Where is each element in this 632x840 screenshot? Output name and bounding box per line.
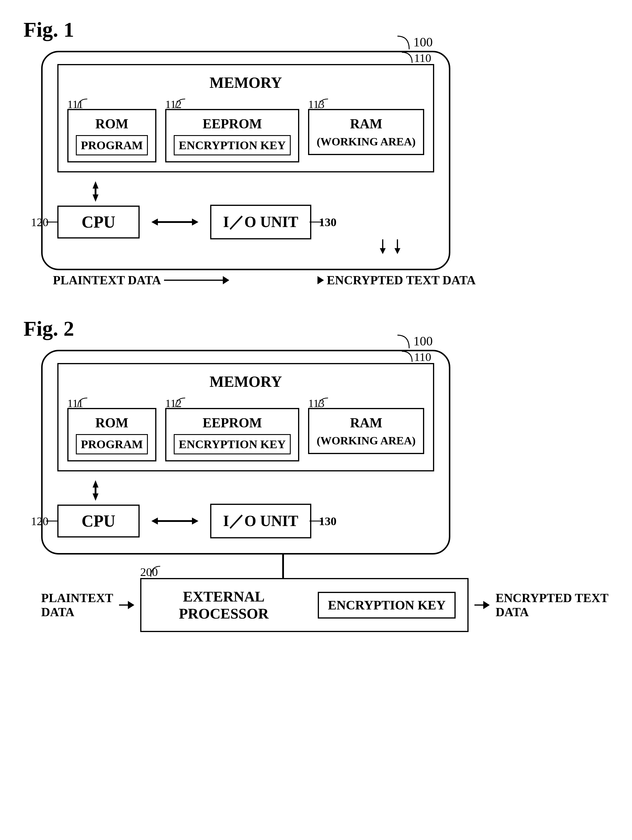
fig1-memory-wrapper: 110 MEMORY 111: [57, 64, 434, 172]
fig1-memory-ref-curve: [399, 51, 417, 64]
fig1-cpu-box: CPU: [57, 205, 139, 238]
fig2-vert-arrow-svg: [88, 480, 103, 501]
fig1-cpu-io-arrow: [151, 216, 198, 228]
svg-marker-16: [151, 518, 158, 524]
fig1-vert-arrow-svg: [88, 181, 103, 202]
fig2-ext-proc-title: EXTERNAL PROCESSOR: [153, 588, 294, 622]
fig2-ram-box: RAM (WORKING AREA): [308, 408, 424, 454]
fig2-eeprom-box: EEPROM ENCRYPTION KEY: [165, 408, 299, 461]
svg-marker-2: [93, 194, 98, 202]
fig2-ext-enc-key: ENCRYPTION KEY: [318, 592, 456, 619]
fig1-io-box: I／O UNIT 130: [210, 205, 311, 239]
fig2-ext-ref-curve: [149, 565, 163, 578]
fig2-ext-proc-wrapper: 200 EXTERNAL PROCESSOR ENCRYPTION KEY: [140, 578, 469, 632]
fig2-memory-title: MEMORY: [67, 373, 424, 390]
fig2-io-ref-line: [309, 516, 324, 526]
fig2-rom-wrapper: 111 ROM PROGRAM: [67, 408, 156, 461]
svg-marker-18: [192, 518, 198, 524]
fig2-chip-wrapper: 100 110 MEMORY 111: [41, 350, 450, 554]
fig2-memory-wrapper: 110 MEMORY 111: [57, 363, 434, 471]
fig1-ram-inner: (WORKING AREA): [317, 135, 416, 148]
fig2-chip-outer: 110 MEMORY 111: [41, 350, 450, 554]
fig1-rom-ref-curve: [76, 98, 90, 109]
fig1-io-down-arrows: [372, 239, 408, 254]
fig1-rom-box: ROM PROGRAM: [67, 109, 156, 163]
fig1-eeprom-ref-curve: [173, 98, 188, 109]
fig1-layout: 100 110 MEMORY: [41, 51, 608, 287]
fig2-ram-inner: (WORKING AREA): [317, 434, 416, 447]
fig2-ram-ref-curve: [316, 397, 331, 408]
fig1-io-bottom-lines: [57, 239, 434, 254]
fig1-memory-box: MEMORY 111 ROM PROGRAM: [57, 64, 434, 172]
fig2-title: Fig. 2: [24, 317, 608, 341]
fig2-eeprom-wrapper: 112 EEPROM ENCRYPTION KEY: [165, 408, 299, 461]
fig1-io-label: I／O UNIT: [223, 213, 298, 230]
fig1-rom-title: ROM: [76, 116, 148, 131]
fig1-chip-outer: 110 MEMORY 111: [41, 51, 450, 270]
fig2-io-down-line: [282, 554, 284, 578]
fig2-encrypted-label1: ENCRYPTED TEXT: [496, 591, 608, 605]
fig2-encrypted-label2: DATA: [496, 605, 608, 619]
fig2-rom-ref-curve: [76, 397, 90, 408]
fig2-ext-row: PLAINTEXT DATA 200 EXTERNAL PROCESSOR EN…: [41, 578, 608, 632]
fig1-eeprom-box: EEPROM ENCRYPTION KEY: [165, 109, 299, 163]
fig2-connector: [41, 554, 608, 578]
fig2-plaintext-block: PLAINTEXT DATA: [41, 591, 113, 619]
fig1-title: Fig. 1: [24, 17, 608, 42]
fig2-io-label: I／O UNIT: [223, 513, 298, 529]
fig2-memory-ref-curve: [399, 350, 417, 363]
fig1-rom-inner: PROGRAM: [76, 135, 148, 155]
fig1-ram-ref-curve: [316, 98, 331, 109]
fig1-signals: PLAINTEXT DATA ENCRYPTED TEXT DATA: [41, 273, 608, 287]
svg-marker-11: [394, 248, 400, 254]
svg-rect-5: [157, 221, 193, 223]
fig2-cpu-label: CPU: [81, 512, 115, 530]
fig2-io-box: I／O UNIT 130: [210, 504, 311, 538]
fig2-eeprom-title: EEPROM: [174, 415, 291, 431]
svg-marker-14: [93, 493, 98, 501]
fig1-cpu-label: CPU: [81, 213, 115, 231]
svg-rect-17: [157, 520, 193, 522]
figure-2: Fig. 2 100 110 MEMORY: [24, 317, 608, 632]
fig2-cpu-io-arrow: [151, 515, 198, 527]
fig2-plaintext-arrow: [119, 601, 134, 609]
fig1-vert-arrow: [57, 181, 134, 202]
fig2-cpu-io-arrow-svg: [151, 515, 198, 527]
fig2-vert-arrow: [57, 480, 134, 501]
fig2-rom-title: ROM: [76, 415, 148, 431]
fig1-cpu-io-arrow-svg: [151, 216, 198, 228]
fig2-memory-box: MEMORY 111 ROM PROGRAM: [57, 363, 434, 471]
fig1-encrypted-label: ENCRYPTED TEXT DATA: [327, 273, 476, 287]
fig1-eeprom-title: EEPROM: [174, 116, 291, 131]
fig1-ram-wrapper: 113 RAM (WORKING AREA): [308, 109, 424, 155]
fig2-ext-proc-box: EXTERNAL PROCESSOR ENCRYPTION KEY: [140, 578, 469, 632]
fig1-chip-ref-curve: [391, 35, 415, 51]
fig2-eeprom-inner: ENCRYPTION KEY: [174, 434, 291, 454]
fig2-memory-ref: 110: [414, 350, 431, 364]
fig1-chip-wrapper: 100 110 MEMORY: [41, 51, 450, 270]
fig2-plaintext-label: PLAINTEXT: [41, 591, 113, 605]
fig1-ram-box: RAM (WORKING AREA): [308, 109, 424, 155]
fig2-plaintext-label2: DATA: [41, 605, 113, 619]
fig2-bottom-row: 120 CPU: [57, 504, 434, 538]
fig1-bottom-row: 120 CPU: [57, 205, 434, 239]
fig2-encrypted-arrow: [474, 601, 490, 609]
fig2-rom-box: ROM PROGRAM: [67, 408, 156, 461]
fig2-rom-inner: PROGRAM: [76, 434, 148, 454]
figure-1: Fig. 1 100 110 MEMORY: [24, 17, 608, 287]
fig1-memory-ref: 110: [414, 51, 431, 65]
fig1-eeprom-inner: ENCRYPTION KEY: [174, 135, 291, 155]
fig2-chip-ref: 100: [413, 334, 433, 349]
fig1-memory-modules: 111 ROM PROGRAM: [67, 97, 424, 163]
fig2-layout: 100 110 MEMORY 111: [41, 350, 608, 632]
fig2-ram-title: RAM: [317, 415, 416, 431]
fig2-cpu-box: CPU: [57, 505, 139, 537]
fig1-eeprom-wrapper: 112 EEPROM ENCRYPTION KEY: [165, 109, 299, 163]
fig1-memory-title: MEMORY: [67, 74, 424, 92]
svg-marker-6: [192, 218, 198, 226]
fig1-encrypted-arrow: [317, 276, 324, 284]
fig1-plaintext-label: PLAINTEXT DATA: [53, 273, 161, 287]
fig1-io-ref-line: [309, 218, 324, 226]
fig1-ram-title: RAM: [317, 116, 416, 131]
fig1-chip-ref: 100: [413, 35, 433, 50]
